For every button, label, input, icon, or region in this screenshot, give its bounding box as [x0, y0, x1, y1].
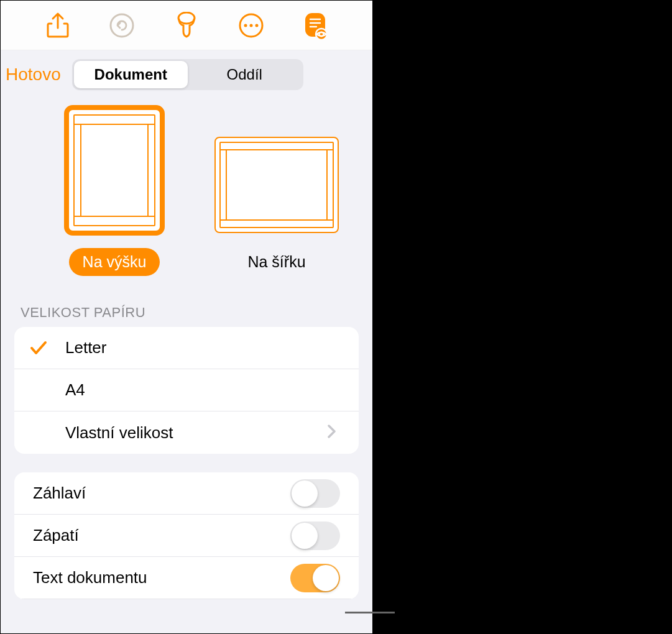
toggle-label: Záhlaví: [33, 484, 290, 503]
svg-point-1: [178, 12, 195, 24]
landscape-label: Na šířku: [234, 248, 319, 276]
more-icon[interactable]: [236, 10, 267, 41]
svg-point-3: [244, 24, 247, 27]
portrait-thumbnail-icon: [64, 105, 165, 236]
footer-toggle[interactable]: [290, 521, 340, 550]
orientation-landscape[interactable]: Na šířku: [214, 137, 339, 276]
list-item-label: Letter: [65, 338, 336, 357]
tab-document[interactable]: Dokument: [74, 61, 188, 88]
format-brush-icon[interactable]: [171, 10, 202, 41]
checkmark-icon: [29, 339, 65, 357]
segmented-control: Dokument Oddíl: [72, 59, 303, 90]
document-view-icon[interactable]: [300, 10, 331, 41]
header-toggle[interactable]: [290, 479, 340, 508]
portrait-label: Na výšku: [69, 248, 160, 276]
toolbar: [1, 1, 372, 50]
landscape-thumbnail-icon: [214, 137, 339, 233]
chevron-right-icon: [328, 423, 336, 443]
undo-icon[interactable]: [106, 10, 137, 41]
share-icon[interactable]: [42, 10, 73, 41]
paper-size-letter[interactable]: Letter: [14, 327, 359, 369]
toggle-label: Text dokumentu: [33, 568, 290, 587]
body-text-toggle[interactable]: [290, 564, 340, 592]
orientation-row: Na výšku Na šířku: [1, 105, 372, 282]
tab-section[interactable]: Oddíl: [188, 61, 301, 88]
svg-point-5: [255, 24, 258, 27]
svg-point-4: [249, 24, 252, 27]
callout-line: [345, 612, 395, 613]
list-item-label: Vlastní velikost: [65, 423, 328, 443]
list-item-label: A4: [65, 380, 336, 400]
header-toggle-row: Záhlaví: [14, 472, 359, 515]
toggle-label: Zápatí: [33, 526, 290, 545]
paper-size-list: Letter A4 Vlastní velikost: [14, 327, 359, 454]
paper-size-header: VELIKOST PAPÍRU: [1, 282, 372, 327]
svg-point-0: [111, 14, 133, 37]
done-button[interactable]: Hotovo: [6, 65, 61, 85]
orientation-portrait[interactable]: Na výšku: [64, 105, 165, 276]
paper-size-custom[interactable]: Vlastní velikost: [14, 411, 359, 454]
paper-size-a4[interactable]: A4: [14, 369, 359, 411]
toggle-list: Záhlaví Zápatí Text dokumentu: [14, 472, 359, 599]
settings-panel: Hotovo Dokument Oddíl Na výšku Na šířku …: [0, 0, 373, 634]
footer-toggle-row: Zápatí: [14, 515, 359, 557]
body-text-toggle-row: Text dokumentu: [14, 557, 359, 599]
header-row: Hotovo Dokument Oddíl: [1, 50, 372, 105]
